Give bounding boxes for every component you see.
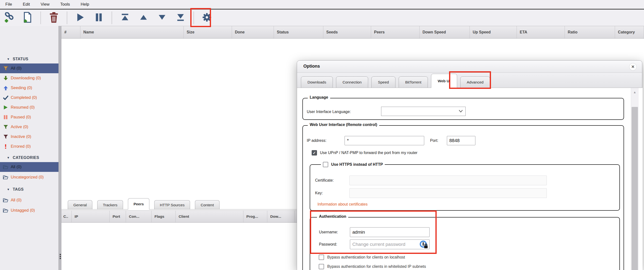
peers-column-downloaded[interactable]: Dow... bbox=[267, 211, 294, 222]
sidebar-item-categories-all[interactable]: All (0) bbox=[0, 162, 58, 172]
pause-button[interactable] bbox=[93, 12, 104, 24]
column-number[interactable]: # bbox=[62, 26, 80, 38]
sidebar-item-inactive[interactable]: Inactive (0) bbox=[0, 132, 58, 142]
folder-icon bbox=[3, 208, 8, 213]
tab-bar-divider bbox=[62, 209, 305, 209]
tab-trackers[interactable]: Trackers bbox=[97, 200, 123, 209]
tab-downloads[interactable]: Downloads bbox=[301, 76, 333, 88]
peers-column-client[interactable]: Client bbox=[176, 211, 244, 222]
column-status[interactable]: Status bbox=[274, 26, 323, 38]
https-checkbox[interactable] bbox=[323, 162, 328, 167]
tab-general[interactable]: General bbox=[68, 200, 92, 209]
detail-tab-bar: General Trackers Peers HTTP Sources Cont… bbox=[62, 198, 305, 209]
column-category[interactable]: Category bbox=[615, 26, 644, 38]
bypass-localhost-checkbox[interactable] bbox=[319, 255, 324, 260]
delete-button[interactable] bbox=[48, 12, 60, 24]
move-down-button[interactable] bbox=[156, 12, 168, 24]
menu-edit[interactable]: Edit bbox=[23, 2, 30, 7]
resume-button[interactable] bbox=[74, 12, 86, 24]
column-peers[interactable]: Peers bbox=[371, 26, 420, 38]
certificate-label: Certificate: bbox=[315, 177, 334, 184]
checkmark-icon bbox=[3, 95, 8, 100]
peers-column-connection[interactable]: Con... bbox=[126, 211, 152, 222]
menu-help[interactable]: Help bbox=[81, 2, 89, 7]
tab-speed[interactable]: Speed bbox=[371, 76, 396, 88]
key-input[interactable] bbox=[350, 188, 547, 198]
peers-column-progress[interactable]: Prog... bbox=[244, 211, 267, 222]
collapse-arrow-icon: ▼ bbox=[7, 188, 10, 191]
https-group-title: Use HTTPS instead of HTTP bbox=[331, 162, 383, 167]
ui-language-select[interactable] bbox=[381, 107, 466, 116]
sidebar-item-paused[interactable]: Paused (0) bbox=[0, 112, 58, 122]
move-top-icon bbox=[120, 14, 130, 22]
dialog-title-bar[interactable]: Options ✕ bbox=[297, 61, 642, 73]
sidebar-item-tags-all[interactable]: All (0) bbox=[0, 195, 58, 205]
sidebar-item-downloading[interactable]: Downloading (0) bbox=[0, 73, 58, 83]
webui-group-title: Web User Interface (Remote control) bbox=[308, 122, 379, 127]
tab-content[interactable]: Content bbox=[195, 200, 219, 209]
column-ratio[interactable]: Ratio bbox=[565, 26, 615, 38]
move-up-icon bbox=[140, 14, 148, 22]
column-name[interactable]: Name bbox=[80, 26, 184, 38]
filters-sidebar: ▼ STATUS All (0) Downloading (0) Seeding… bbox=[0, 26, 58, 270]
port-input[interactable] bbox=[447, 136, 476, 145]
sidebar-item-untagged[interactable]: Untagged (0) bbox=[0, 206, 58, 215]
annotation-box-authentication bbox=[310, 210, 437, 254]
sidebar-item-seeding[interactable]: Seeding (0) bbox=[0, 83, 58, 93]
scroll-up-icon[interactable]: ▲ bbox=[631, 88, 639, 96]
column-eta[interactable]: ETA bbox=[517, 26, 565, 38]
add-torrent-link-button[interactable] bbox=[4, 12, 14, 24]
move-to-top-button[interactable] bbox=[120, 12, 130, 24]
sidebar-item-errored[interactable]: Errored (0) bbox=[0, 142, 58, 151]
sidebar-item-status-all[interactable]: All (0) bbox=[0, 63, 58, 73]
move-up-button[interactable] bbox=[138, 12, 149, 24]
sidebar-splitter[interactable] bbox=[58, 26, 62, 270]
peers-column-ip[interactable]: IP bbox=[72, 211, 110, 222]
menu-tools[interactable]: Tools bbox=[60, 2, 70, 7]
column-down-speed[interactable]: Down Speed bbox=[420, 26, 470, 38]
tab-http-sources[interactable]: HTTP Sources bbox=[154, 200, 190, 209]
sidebar-item-completed[interactable]: Completed (0) bbox=[0, 93, 58, 102]
tab-peers[interactable]: Peers bbox=[128, 198, 149, 209]
tab-connection[interactable]: Connection bbox=[336, 76, 368, 88]
toolbar bbox=[0, 9, 644, 26]
funnel-icon bbox=[3, 134, 8, 140]
tab-bittorrent[interactable]: BitTorrent bbox=[399, 76, 428, 88]
sidebar-item-active[interactable]: Active (0) bbox=[0, 122, 58, 132]
certificates-info-link[interactable]: Information about certificates bbox=[318, 201, 368, 207]
column-seeds[interactable]: Seeds bbox=[323, 26, 371, 38]
pause-icon bbox=[3, 114, 8, 120]
add-file-icon bbox=[23, 12, 32, 24]
move-to-bottom-button[interactable] bbox=[175, 12, 186, 24]
column-up-speed[interactable]: Up Speed bbox=[470, 26, 517, 38]
menu-view[interactable]: View bbox=[41, 2, 50, 7]
peers-list-area[interactable] bbox=[62, 223, 297, 270]
sidebar-item-uncategorized[interactable]: Uncategorized (0) bbox=[0, 172, 58, 182]
bypass-subnet-checkbox[interactable] bbox=[319, 264, 324, 269]
categories-section-header[interactable]: ▼ CATEGORIES bbox=[0, 153, 58, 162]
peers-column-flags[interactable]: Flags bbox=[152, 211, 176, 222]
status-section-header[interactable]: ▼ STATUS bbox=[0, 55, 58, 63]
upload-arrow-icon bbox=[3, 85, 8, 91]
peers-column-country[interactable]: C.. bbox=[62, 211, 72, 222]
add-torrent-file-button[interactable] bbox=[22, 12, 33, 24]
menu-file[interactable]: File bbox=[5, 2, 12, 7]
ui-language-label: User Interface Language: bbox=[307, 109, 351, 115]
sidebar-item-resumed[interactable]: Resumed (0) bbox=[0, 102, 58, 112]
upnp-checkbox[interactable]: ✓ bbox=[312, 150, 317, 156]
tags-section-header[interactable]: ▼ TAGS bbox=[0, 185, 58, 194]
download-arrow-icon bbox=[3, 75, 8, 81]
column-done[interactable]: Done bbox=[232, 26, 274, 38]
ip-address-input[interactable] bbox=[344, 136, 424, 145]
close-icon[interactable]: ✕ bbox=[629, 63, 637, 71]
toolbar-separator bbox=[40, 12, 41, 24]
certificate-input[interactable] bbox=[350, 176, 547, 185]
peers-column-port[interactable]: Port bbox=[110, 211, 126, 222]
folder-icon bbox=[3, 164, 8, 170]
move-down-icon bbox=[158, 14, 166, 22]
add-link-icon bbox=[4, 12, 14, 24]
dialog-scrollbar-thumb[interactable] bbox=[632, 107, 638, 270]
funnel-icon bbox=[3, 66, 8, 71]
language-group-title: Language bbox=[308, 95, 330, 100]
column-size[interactable]: Size bbox=[184, 26, 232, 38]
